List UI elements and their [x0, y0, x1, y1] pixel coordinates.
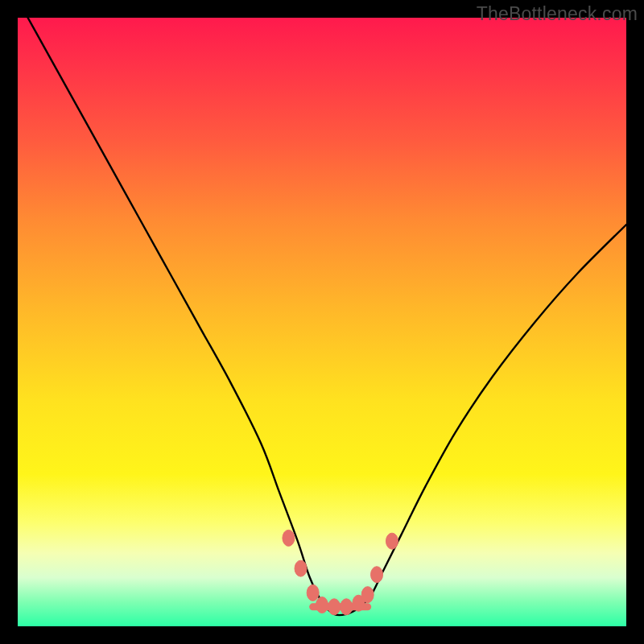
curve-marker: [295, 560, 307, 576]
watermark-text: TheBottleneck.com: [477, 3, 638, 25]
bottleneck-curve: [18, 18, 626, 626]
curve-marker: [361, 587, 374, 603]
plot-area: [18, 18, 626, 626]
chart-frame: TheBottleneck.com: [0, 0, 644, 644]
curve-marker: [386, 533, 398, 549]
curve-marker: [283, 530, 295, 546]
curve-marker: [341, 599, 353, 615]
curve-marker: [371, 567, 383, 583]
curve-marker: [328, 599, 341, 615]
curve-marker: [316, 597, 328, 613]
curve-marker: [307, 584, 319, 601]
